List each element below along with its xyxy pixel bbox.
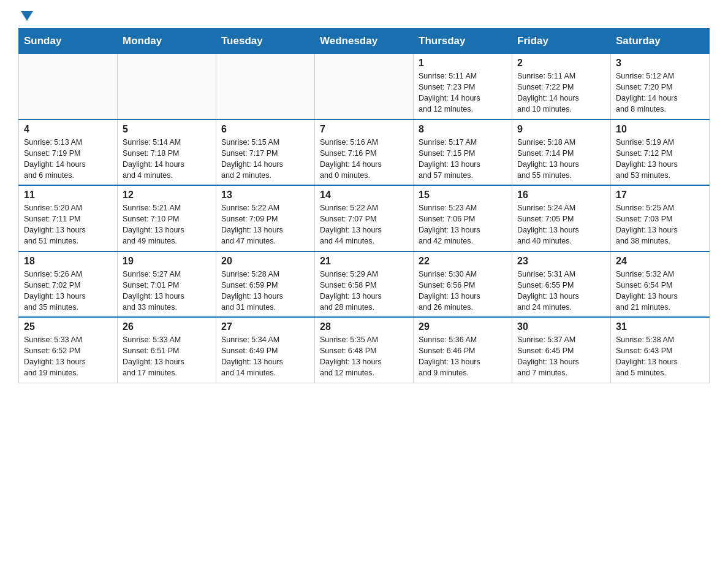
calendar-cell: 21Sunrise: 5:29 AM Sunset: 6:58 PM Dayli… <box>315 251 414 318</box>
calendar-cell: 22Sunrise: 5:30 AM Sunset: 6:56 PM Dayli… <box>414 251 512 318</box>
calendar-cell <box>19 54 118 120</box>
calendar-week-row: 18Sunrise: 5:26 AM Sunset: 7:02 PM Dayli… <box>19 251 710 318</box>
calendar-cell: 15Sunrise: 5:23 AM Sunset: 7:06 PM Dayli… <box>414 185 512 251</box>
calendar-cell: 8Sunrise: 5:17 AM Sunset: 7:15 PM Daylig… <box>414 120 512 186</box>
day-number: 25 <box>24 321 112 332</box>
day-info: Sunrise: 5:11 AM Sunset: 7:23 PM Dayligh… <box>419 71 507 115</box>
calendar-week-row: 25Sunrise: 5:33 AM Sunset: 6:52 PM Dayli… <box>19 317 710 383</box>
day-info: Sunrise: 5:38 AM Sunset: 6:43 PM Dayligh… <box>616 334 704 379</box>
day-number: 17 <box>616 190 704 201</box>
day-info: Sunrise: 5:27 AM Sunset: 7:01 PM Dayligh… <box>123 269 211 313</box>
day-number: 15 <box>419 190 507 201</box>
logo <box>18 12 33 22</box>
day-info: Sunrise: 5:30 AM Sunset: 6:56 PM Dayligh… <box>419 269 507 313</box>
calendar-week-row: 11Sunrise: 5:20 AM Sunset: 7:11 PM Dayli… <box>19 185 710 251</box>
day-info: Sunrise: 5:25 AM Sunset: 7:03 PM Dayligh… <box>616 202 704 247</box>
day-info: Sunrise: 5:14 AM Sunset: 7:18 PM Dayligh… <box>123 137 211 182</box>
calendar-week-row: 4Sunrise: 5:13 AM Sunset: 7:19 PM Daylig… <box>19 120 710 186</box>
day-number: 13 <box>221 190 309 201</box>
day-number: 31 <box>616 321 704 332</box>
day-info: Sunrise: 5:12 AM Sunset: 7:20 PM Dayligh… <box>616 71 704 115</box>
day-number: 8 <box>419 124 507 135</box>
day-info: Sunrise: 5:24 AM Sunset: 7:05 PM Dayligh… <box>517 202 605 247</box>
calendar-cell: 11Sunrise: 5:20 AM Sunset: 7:11 PM Dayli… <box>19 185 118 251</box>
calendar-cell: 23Sunrise: 5:31 AM Sunset: 6:55 PM Dayli… <box>512 251 611 318</box>
calendar-cell: 9Sunrise: 5:18 AM Sunset: 7:14 PM Daylig… <box>512 120 611 186</box>
calendar-cell: 26Sunrise: 5:33 AM Sunset: 6:51 PM Dayli… <box>118 317 216 383</box>
calendar-cell: 27Sunrise: 5:34 AM Sunset: 6:49 PM Dayli… <box>216 317 315 383</box>
calendar-cell: 30Sunrise: 5:37 AM Sunset: 6:45 PM Dayli… <box>512 317 611 383</box>
day-number: 22 <box>419 256 507 267</box>
header-wednesday: Wednesday <box>315 29 414 54</box>
day-number: 6 <box>221 124 309 135</box>
calendar-cell: 16Sunrise: 5:24 AM Sunset: 7:05 PM Dayli… <box>512 185 611 251</box>
day-info: Sunrise: 5:20 AM Sunset: 7:11 PM Dayligh… <box>24 202 112 247</box>
day-number: 9 <box>517 124 605 135</box>
calendar-week-row: 1Sunrise: 5:11 AM Sunset: 7:23 PM Daylig… <box>19 54 710 120</box>
day-number: 3 <box>616 58 704 69</box>
calendar-cell: 29Sunrise: 5:36 AM Sunset: 6:46 PM Dayli… <box>414 317 512 383</box>
day-number: 16 <box>517 190 605 201</box>
header-friday: Friday <box>512 29 611 54</box>
day-info: Sunrise: 5:22 AM Sunset: 7:07 PM Dayligh… <box>320 202 408 247</box>
calendar-cell: 24Sunrise: 5:32 AM Sunset: 6:54 PM Dayli… <box>611 251 710 318</box>
calendar-cell <box>118 54 216 120</box>
page-header <box>18 12 710 22</box>
day-number: 2 <box>517 58 605 69</box>
day-info: Sunrise: 5:29 AM Sunset: 6:58 PM Dayligh… <box>320 269 408 313</box>
day-number: 4 <box>24 124 112 135</box>
day-number: 20 <box>221 256 309 267</box>
day-info: Sunrise: 5:31 AM Sunset: 6:55 PM Dayligh… <box>517 269 605 313</box>
header-tuesday: Tuesday <box>216 29 315 54</box>
day-number: 26 <box>123 321 211 332</box>
calendar-cell: 3Sunrise: 5:12 AM Sunset: 7:20 PM Daylig… <box>611 54 710 120</box>
day-number: 21 <box>320 256 408 267</box>
day-number: 1 <box>419 58 507 69</box>
day-info: Sunrise: 5:28 AM Sunset: 6:59 PM Dayligh… <box>221 269 309 313</box>
day-info: Sunrise: 5:32 AM Sunset: 6:54 PM Dayligh… <box>616 269 704 313</box>
calendar-cell: 31Sunrise: 5:38 AM Sunset: 6:43 PM Dayli… <box>611 317 710 383</box>
header-monday: Monday <box>118 29 216 54</box>
day-info: Sunrise: 5:23 AM Sunset: 7:06 PM Dayligh… <box>419 202 507 247</box>
day-number: 27 <box>221 321 309 332</box>
calendar-cell: 2Sunrise: 5:11 AM Sunset: 7:22 PM Daylig… <box>512 54 611 120</box>
calendar-cell <box>315 54 414 120</box>
day-info: Sunrise: 5:36 AM Sunset: 6:46 PM Dayligh… <box>419 334 507 379</box>
day-info: Sunrise: 5:13 AM Sunset: 7:19 PM Dayligh… <box>24 137 112 182</box>
day-number: 11 <box>24 190 112 201</box>
calendar-table: SundayMondayTuesdayWednesdayThursdayFrid… <box>18 28 710 383</box>
calendar-cell: 20Sunrise: 5:28 AM Sunset: 6:59 PM Dayli… <box>216 251 315 318</box>
day-number: 7 <box>320 124 408 135</box>
day-info: Sunrise: 5:37 AM Sunset: 6:45 PM Dayligh… <box>517 334 605 379</box>
calendar-cell: 6Sunrise: 5:15 AM Sunset: 7:17 PM Daylig… <box>216 120 315 186</box>
day-number: 29 <box>419 321 507 332</box>
header-saturday: Saturday <box>611 29 710 54</box>
day-info: Sunrise: 5:33 AM Sunset: 6:51 PM Dayligh… <box>123 334 211 379</box>
calendar-cell: 18Sunrise: 5:26 AM Sunset: 7:02 PM Dayli… <box>19 251 118 318</box>
day-info: Sunrise: 5:22 AM Sunset: 7:09 PM Dayligh… <box>221 202 309 247</box>
day-info: Sunrise: 5:35 AM Sunset: 6:48 PM Dayligh… <box>320 334 408 379</box>
day-number: 23 <box>517 256 605 267</box>
logo-triangle-icon <box>21 11 33 21</box>
calendar-cell: 14Sunrise: 5:22 AM Sunset: 7:07 PM Dayli… <box>315 185 414 251</box>
header-sunday: Sunday <box>19 29 118 54</box>
day-info: Sunrise: 5:19 AM Sunset: 7:12 PM Dayligh… <box>616 137 704 182</box>
day-info: Sunrise: 5:18 AM Sunset: 7:14 PM Dayligh… <box>517 137 605 182</box>
day-number: 18 <box>24 256 112 267</box>
calendar-header-row: SundayMondayTuesdayWednesdayThursdayFrid… <box>19 29 710 54</box>
day-number: 28 <box>320 321 408 332</box>
day-number: 30 <box>517 321 605 332</box>
header-thursday: Thursday <box>414 29 512 54</box>
day-info: Sunrise: 5:21 AM Sunset: 7:10 PM Dayligh… <box>123 202 211 247</box>
day-number: 24 <box>616 256 704 267</box>
calendar-cell: 12Sunrise: 5:21 AM Sunset: 7:10 PM Dayli… <box>118 185 216 251</box>
calendar-cell: 19Sunrise: 5:27 AM Sunset: 7:01 PM Dayli… <box>118 251 216 318</box>
day-info: Sunrise: 5:33 AM Sunset: 6:52 PM Dayligh… <box>24 334 112 379</box>
day-number: 10 <box>616 124 704 135</box>
day-number: 19 <box>123 256 211 267</box>
day-info: Sunrise: 5:26 AM Sunset: 7:02 PM Dayligh… <box>24 269 112 313</box>
day-number: 5 <box>123 124 211 135</box>
day-number: 12 <box>123 190 211 201</box>
calendar-cell: 5Sunrise: 5:14 AM Sunset: 7:18 PM Daylig… <box>118 120 216 186</box>
calendar-cell <box>216 54 315 120</box>
